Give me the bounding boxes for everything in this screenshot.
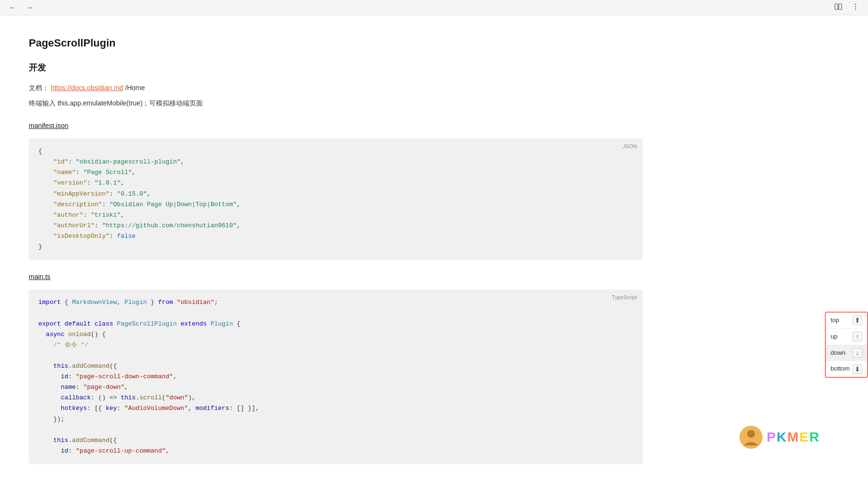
json-authorurl-key: "authorUrl" [53, 222, 94, 229]
svg-point-3 [855, 6, 856, 7]
pkmer-letter-m: M [787, 430, 799, 444]
json-authorurl-val: "https://github.com/chenshutian9610" [102, 222, 237, 229]
back-button[interactable]: ← [6, 2, 19, 13]
forward-button[interactable]: → [23, 2, 36, 13]
manifest-link[interactable]: manifest.json [29, 120, 68, 131]
svg-rect-0 [835, 4, 838, 10]
nav-down-item[interactable]: down ↓ [826, 345, 867, 361]
tip-text: 终端输入 this.app.emulateMobile(true)；可模拟移动端… [29, 98, 643, 108]
more-options-button[interactable] [849, 2, 862, 13]
main-ts-code-content: import { MarkdownView, Plugin } from "ob… [38, 297, 633, 456]
manifest-code-label: JSON [623, 142, 637, 151]
svg-rect-1 [839, 4, 842, 10]
svg-point-2 [855, 3, 856, 4]
doc-link[interactable]: https://docs.obsidian.md [51, 84, 123, 92]
manifest-code-block: JSON { "id": "obsidian-pagescroll-plugin… [29, 139, 643, 260]
svg-point-6 [747, 430, 755, 438]
pkmer-letter-p: P [767, 430, 777, 444]
toolbar-right [832, 2, 862, 13]
pkmer-watermark: PKMER [739, 425, 820, 449]
ts-import: import [38, 299, 61, 306]
pkmer-text-logo: PKMER [767, 427, 820, 448]
json-author-val: "triski" [91, 211, 120, 219]
json-desc-key: "description" [53, 201, 102, 208]
main-content: PageScrollPlugin 开发 文档： https://docs.obs… [0, 15, 671, 478]
json-version-val: "1.0.1" [94, 179, 121, 187]
dev-section: 开发 文档： https://docs.obsidian.md /Home 终端… [29, 61, 643, 109]
top-bar: ← → [0, 0, 868, 15]
main-ts-code-label: TypeScript [612, 293, 637, 302]
pkmer-letter-r: R [809, 430, 820, 444]
nav-up-item[interactable]: up ↑ [826, 329, 867, 345]
manifest-code-content: { "id": "obsidian-pagescroll-plugin", "n… [38, 146, 633, 252]
dev-heading: 开发 [29, 61, 643, 75]
json-version-key: "version" [53, 179, 87, 187]
nav-down-icon: ↓ [853, 348, 862, 358]
doc-prefix: 文档： [29, 84, 49, 92]
nav-controls: ← → [6, 2, 36, 13]
json-id-key: "id" [53, 158, 68, 165]
doc-line: 文档： https://docs.obsidian.md /Home [29, 82, 643, 93]
main-ts-code-block: TypeScript import { MarkdownView, Plugin… [29, 290, 643, 464]
nav-top-item[interactable]: top ⬆ [826, 313, 867, 329]
json-name-key: "name" [53, 169, 76, 176]
nav-bottom-item[interactable]: bottom ⬇ [826, 361, 867, 377]
nav-top-label: top [831, 315, 839, 326]
nav-bottom-icon: ⬇ [853, 364, 862, 374]
nav-top-icon: ⬆ [853, 315, 862, 325]
json-desktop-val: false [117, 233, 136, 240]
json-minapp-key: "minAppVersion" [53, 190, 109, 198]
doc-suffix: /Home [125, 84, 145, 92]
nav-bottom-label: bottom [831, 364, 850, 374]
json-id-val: "obsidian-pagescroll-plugin" [76, 158, 180, 165]
pkmer-letter-k: K [777, 430, 787, 444]
nav-down-label: down [831, 348, 845, 358]
page-title: PageScrollPlugin [29, 35, 643, 51]
side-nav-panel: top ⬆ up ↑ down ↓ bottom ⬇ [825, 312, 868, 378]
main-ts-link[interactable]: main.ts [29, 271, 50, 282]
pkmer-logo-icon [739, 425, 763, 449]
nav-up-label: up [831, 332, 837, 342]
json-desktop-key: "isDesktopOnly" [53, 233, 109, 240]
svg-point-4 [855, 8, 856, 9]
json-minapp-val: "0.15.0" [117, 190, 147, 198]
json-author-key: "author" [53, 211, 83, 219]
split-view-button[interactable] [832, 2, 845, 13]
json-name-val: "Page Scroll" [83, 169, 132, 176]
json-desc-val: "Obsidian Page Up|Down|Top|Bottom" [109, 201, 236, 208]
nav-up-icon: ↑ [853, 332, 862, 341]
pkmer-letter-e: E [799, 430, 809, 444]
